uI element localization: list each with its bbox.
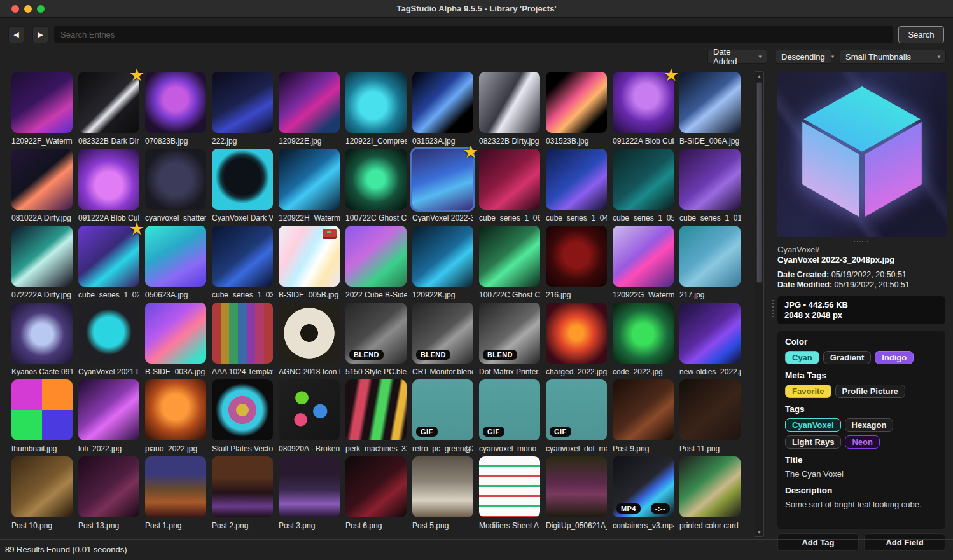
thumbnail-image[interactable] — [11, 456, 73, 517]
grid-item[interactable]: 120922K.jpg — [412, 226, 473, 303]
scroll-down-icon[interactable]: ▼ — [755, 528, 763, 536]
thumbnail-image[interactable] — [345, 72, 407, 133]
thumbnail-image[interactable] — [145, 456, 206, 517]
thumbnail-size-dropdown[interactable]: Small Thumbnails ▾ — [840, 50, 946, 64]
grid-item[interactable]: cube_series_1_04.j — [546, 149, 607, 226]
grid-item[interactable]: DigitUp_050621A_S — [546, 456, 607, 533]
grid-item[interactable]: GIFcyanvoxel_mono_cr — [479, 379, 540, 456]
grid-item[interactable]: cube_series_1_05.j — [613, 149, 674, 226]
grid-scrollbar[interactable]: ▲ ▼ — [755, 71, 764, 537]
grid-item[interactable]: 100722C Ghost Cut — [345, 149, 407, 226]
thumbnail-image[interactable] — [212, 226, 273, 287]
thumbnail-image[interactable] — [279, 379, 340, 440]
thumbnail-image[interactable] — [212, 456, 273, 517]
grid-item[interactable]: cyanvoxel_shattere — [145, 149, 206, 226]
thumbnail-image[interactable] — [613, 226, 674, 287]
grid-item[interactable]: ★082322B Dark Dirty — [78, 72, 139, 149]
grid-item[interactable]: B-SIDE_006A.jpg — [679, 72, 741, 149]
grid-item[interactable]: Post 6.png — [345, 456, 407, 533]
grid-item[interactable]: 120922E.jpg — [279, 72, 340, 149]
grid-item[interactable]: BLENDCRT Monitor.blend — [412, 303, 473, 379]
grid-item[interactable]: Post 3.png — [279, 456, 340, 533]
thumbnail-image[interactable] — [145, 149, 206, 210]
thumbnail-image[interactable] — [546, 456, 607, 517]
grid-item[interactable]: new-oldies_2022.jp — [679, 303, 741, 379]
thumbnail-image[interactable] — [279, 72, 340, 133]
tag-pill[interactable]: Profile Picture — [835, 385, 905, 398]
grid-item[interactable]: 120922G_Watermar — [613, 226, 674, 303]
tag-pill[interactable]: Neon — [845, 435, 880, 449]
tag-pill[interactable]: CyanVoxel — [785, 418, 841, 432]
tag-pill[interactable]: Light Rays — [785, 435, 841, 449]
grid-item[interactable]: Post 5.png — [412, 456, 473, 533]
grid-item[interactable]: 222.jpg — [212, 72, 273, 149]
thumbnail-image[interactable] — [613, 303, 674, 364]
thumbnail-image[interactable]: GIF — [479, 379, 540, 440]
grid-item[interactable]: 072222A Dirty.jpg — [11, 226, 73, 303]
grid-item[interactable]: charged_2022.jpg — [546, 303, 607, 379]
grid-item[interactable]: CyanVoxel 2021 Dis — [78, 303, 139, 379]
grid-item[interactable]: printed color card i — [679, 456, 741, 533]
thumbnail-image[interactable] — [11, 379, 73, 440]
grid-item[interactable]: cube_series_1_03.j — [212, 226, 273, 303]
thumbnail-image[interactable]: MP4-:-- — [613, 456, 674, 517]
thumbnail-image[interactable] — [679, 379, 741, 440]
thumbnail-image[interactable] — [479, 456, 540, 517]
grid-item[interactable]: ★091222A Blob Cube — [613, 72, 674, 149]
thumbnail-image[interactable] — [479, 149, 540, 210]
thumbnail-image[interactable] — [679, 456, 741, 517]
thumbnail-image[interactable] — [11, 72, 73, 133]
grid-item[interactable]: code_2022.jpg — [613, 303, 674, 379]
forward-button[interactable]: ▶ — [32, 26, 48, 43]
grid-item[interactable]: Post 2.png — [212, 456, 273, 533]
thumbnail-image[interactable]: ★ — [78, 226, 139, 287]
tag-pill[interactable]: Favorite — [785, 385, 831, 398]
grid-item[interactable]: 031523B.jpg — [546, 72, 607, 149]
thumbnail-image[interactable] — [279, 456, 340, 517]
thumbnail-image[interactable] — [345, 149, 407, 210]
preview-resize-handle[interactable]: ······ — [770, 239, 953, 244]
grid-item[interactable]: 120922F_Watermarl — [11, 72, 73, 149]
grid-item[interactable]: ★CyanVoxel 2022-3_ — [412, 149, 473, 226]
thumbnail-image[interactable] — [212, 379, 273, 440]
search-button[interactable]: Search — [898, 26, 944, 43]
thumbnail-image[interactable] — [345, 379, 407, 440]
grid-item[interactable]: Post 9.png — [613, 379, 674, 456]
grid-item[interactable]: CyanVoxel Dark Vox — [212, 149, 273, 226]
grid-item[interactable]: cube_series_1_01.jp — [679, 149, 741, 226]
thumbnail-image[interactable]: ★ — [613, 72, 674, 133]
thumbnail-image[interactable] — [78, 149, 139, 210]
tag-pill[interactable]: Indigo — [875, 351, 914, 364]
thumbnail-image[interactable] — [11, 149, 73, 210]
grid-item[interactable]: cube_series_1_06.j — [479, 149, 540, 226]
thumbnail-image[interactable] — [78, 303, 139, 364]
grid-item[interactable]: ★cube_series_1_02.j — [78, 226, 139, 303]
tag-pill[interactable]: Cyan — [785, 351, 819, 364]
thumbnail-image[interactable] — [679, 149, 741, 210]
grid-item[interactable]: Skull Plates Vector — [212, 379, 273, 456]
grid-item[interactable]: 070823B.jpg — [145, 72, 206, 149]
grid-item[interactable]: 080920A - Broken I — [279, 379, 340, 456]
thumbnail-image[interactable] — [345, 226, 407, 287]
thumbnail-image[interactable] — [679, 72, 741, 133]
thumbnail-image[interactable]: GIF — [412, 379, 473, 440]
grid-item[interactable]: 120922H_Watermar — [279, 149, 340, 226]
thumbnail-image[interactable] — [212, 72, 273, 133]
thumbnail-image[interactable] — [479, 226, 540, 287]
thumbnail-image[interactable] — [345, 456, 407, 517]
grid-item[interactable]: 216.jpg — [546, 226, 607, 303]
thumbnail-image[interactable]: BLEND — [412, 303, 473, 364]
grid-item[interactable]: lofi_2022.jpg — [78, 379, 139, 456]
thumbnail-image[interactable] — [412, 456, 473, 517]
thumbnail-image[interactable] — [613, 149, 674, 210]
thumbnail-image[interactable] — [546, 226, 607, 287]
thumbnail-image[interactable] — [279, 149, 340, 210]
grid-item[interactable]: AAA 1024 Template — [212, 303, 273, 379]
thumbnail-image[interactable] — [145, 72, 206, 133]
grid-item[interactable]: B-SIDE_005B.jpg — [279, 226, 340, 303]
thumbnail-image[interactable] — [145, 226, 206, 287]
grid-item[interactable]: AGNC-2018 Icon Lo — [279, 303, 340, 379]
thumbnail-image[interactable] — [412, 72, 473, 133]
grid-item[interactable]: GIFcyanvoxel_dot_mat — [546, 379, 607, 456]
grid-item[interactable]: Post 1.png — [145, 456, 206, 533]
